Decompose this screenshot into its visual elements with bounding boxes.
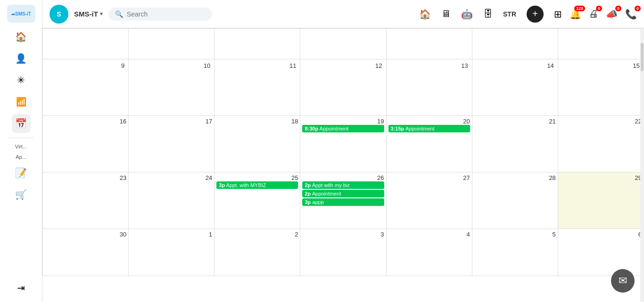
topbar-brand-arrow: ▾ [100, 11, 103, 17]
cal-event[interactable]: 3p appp [302, 198, 384, 206]
cal-cell: 13 [387, 59, 472, 116]
cal-day-num: 4 [388, 231, 470, 238]
topbar-avatar[interactable]: S [50, 5, 68, 24]
cal-cell [129, 29, 215, 59]
sidebar-item-calendar[interactable]: 📅 [12, 114, 31, 133]
cal-cell: 19 8:30p Appointment [300, 116, 386, 172]
topbar-megaphone-icon-container[interactable]: 📣0 [606, 8, 618, 20]
cal-day-num: 21 [474, 118, 556, 125]
search-icon: 🔍 [115, 10, 123, 18]
cal-day-num: 13 [388, 61, 470, 71]
cal-cell: 28 [472, 172, 558, 229]
cal-event[interactable]: 8:30p Appointment [302, 125, 384, 132]
cal-day-num: 15 [560, 61, 642, 71]
cal-event[interactable]: 2p Appt with my biz [302, 181, 384, 189]
cal-day-num: 5 [474, 231, 556, 238]
cal-day-num: 25 [216, 174, 298, 181]
topbar-brand[interactable]: SMS-iT ▾ [74, 10, 103, 18]
sidebar: ☁ SMS-iT 🏠 👤 ✳ 📶 📅 Virt... Ap... 📝 🛒 ⇥ [0, 0, 42, 302]
cal-day-num: 19 [302, 118, 384, 125]
cal-event[interactable]: 2p Appointment [302, 190, 384, 197]
cal-cell: 26 2p Appt with my biz 2p Appointment 3p… [300, 172, 386, 229]
cal-event[interactable]: 3:15p Appointment [388, 125, 470, 132]
cal-day-num: 9 [45, 61, 126, 71]
cal-cell: 22 [558, 116, 644, 172]
cal-cell: 2 [215, 229, 300, 276]
cal-day-num: 17 [131, 118, 212, 125]
cal-day-num: 12 [302, 61, 384, 71]
topbar-print-icon-container[interactable]: 🖨0 [589, 8, 598, 19]
sidebar-item-cart[interactable]: 🛒 [12, 185, 31, 204]
sidebar-item-home[interactable]: 🏠 [12, 27, 31, 46]
sidebar-item-notepad[interactable]: 📝 [12, 163, 31, 182]
cal-day-num: 16 [45, 118, 126, 125]
cal-cell: 17 [129, 116, 215, 172]
cal-cell: 5 [472, 229, 558, 276]
cal-cell: 3 [300, 229, 386, 276]
sidebar-divider [8, 138, 33, 138]
cal-event[interactable]: 3p Appt. with MYBIZ [216, 181, 298, 189]
cal-day-num: 22 [560, 118, 642, 125]
cal-day-num: 20 [388, 118, 470, 125]
cal-day-num: 3 [302, 231, 384, 238]
topbar-plus-button[interactable]: + [527, 6, 544, 23]
cal-cell [558, 29, 644, 59]
topbar-nav-server[interactable]: 🗄 [483, 8, 493, 19]
topbar-nav: 🏠 🖥 🤖 🗄 STR + [419, 6, 544, 23]
cal-day-num: 2 [216, 231, 298, 238]
cal-cell: 12 [300, 59, 386, 116]
cal-cell: 21 [472, 116, 558, 172]
search-bar[interactable]: 🔍 [108, 8, 212, 21]
sidebar-item-steps[interactable]: 📶 [12, 92, 31, 111]
cal-cell: 9 [43, 59, 129, 116]
megaphone-badge: 0 [615, 6, 621, 11]
topbar-nav-robot[interactable]: 🤖 [461, 8, 473, 20]
bell-badge: 128 [574, 6, 585, 11]
cal-cell: 1 [129, 229, 215, 276]
phone-badge: 0 [635, 6, 641, 11]
sidebar-item-ap[interactable]: Ap... [5, 153, 38, 161]
cal-cell: 25 3p Appt. with MYBIZ [215, 172, 300, 229]
topbar: S SMS-iT ▾ 🔍 🏠 🖥 🤖 🗄 STR + ⊞ 🔔128 🖨0 [42, 0, 644, 28]
topbar-nav-home[interactable]: 🏠 [419, 8, 431, 20]
cal-day-num: 30 [45, 231, 126, 238]
cal-day-num: 6 [560, 231, 642, 238]
cal-cell: 23 [43, 172, 129, 229]
print-badge: 0 [596, 6, 602, 11]
sidebar-logo[interactable]: ☁ SMS-iT [7, 5, 35, 23]
cal-cell [300, 29, 386, 59]
cal-day-num: 27 [388, 174, 470, 181]
search-input[interactable] [127, 10, 198, 18]
cal-cell: 4 [387, 229, 472, 276]
topbar-str[interactable]: STR [503, 10, 516, 18]
scrollbar-track [640, 28, 644, 302]
cal-cell: 15 [558, 59, 644, 116]
cal-day-num: 14 [474, 61, 556, 71]
topbar-nav-monitor[interactable]: 🖥 [441, 8, 451, 19]
cal-cell [387, 29, 472, 59]
cal-day-num: 23 [45, 174, 126, 181]
sidebar-item-virt[interactable]: Virt... [5, 143, 38, 150]
topbar-right: ⊞ 🔔128 🖨0 📣0 📞0 [554, 8, 637, 20]
sidebar-item-person[interactable]: 👤 [12, 49, 31, 68]
sidebar-item-logout[interactable]: ⇥ [12, 278, 31, 297]
cal-day-num: 26 [302, 174, 384, 181]
sidebar-item-hub[interactable]: ✳ [12, 71, 31, 90]
cal-cell: 14 [472, 59, 558, 116]
cal-day-num: 10 [131, 61, 212, 71]
topbar-bell-icon-container[interactable]: 🔔128 [570, 8, 581, 20]
cal-cell: 11 [215, 59, 300, 116]
calendar-container: 9 10 11 12 13 14 15 16 [42, 28, 644, 302]
topbar-phone-icon-container[interactable]: 📞0 [625, 8, 637, 20]
scrollbar-thumb[interactable] [641, 43, 644, 71]
cal-day-num: 24 [131, 174, 212, 181]
cal-day-num: 11 [216, 61, 298, 71]
cal-cell: 27 [387, 172, 472, 229]
cal-cell: 16 [43, 116, 129, 172]
cal-day-num: 28 [474, 174, 556, 181]
cal-cell [215, 29, 300, 59]
cal-cell: 6 [558, 229, 644, 276]
cal-day-num: 18 [216, 118, 298, 125]
chat-button[interactable]: ✉ [611, 269, 635, 293]
topbar-grid-icon[interactable]: ⊞ [554, 8, 562, 20]
